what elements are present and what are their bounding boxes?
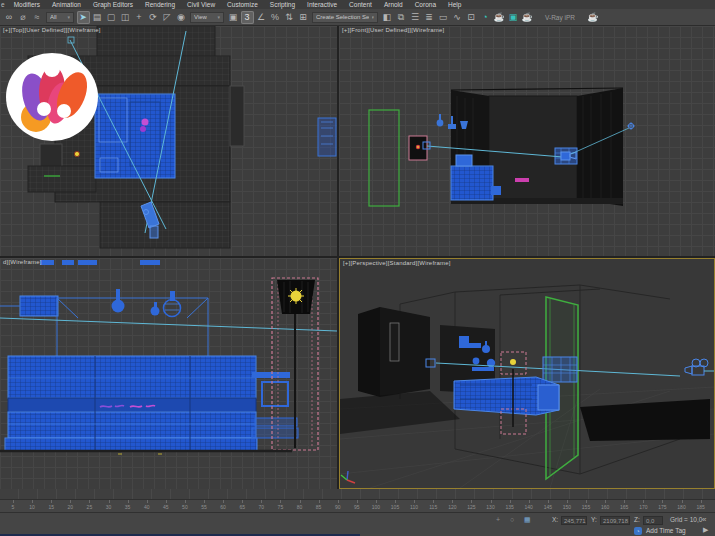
trackbar-tick[interactable]: 65: [233, 501, 251, 510]
trackbar-tick[interactable]: 30: [100, 501, 118, 510]
trackbar-tick[interactable]: 90: [329, 501, 347, 510]
trackbar-tick[interactable]: 145: [539, 501, 557, 510]
trackbar-tick[interactable]: 170: [634, 501, 652, 510]
schematic-view-icon[interactable]: ⊡: [465, 11, 478, 24]
trackbar-tick[interactable]: 45: [157, 501, 175, 510]
trackbar-tick[interactable]: 185: [692, 501, 710, 510]
menu-help[interactable]: Help: [442, 0, 467, 9]
toggle-layer-explorer-icon[interactable]: ≣: [423, 11, 436, 24]
trackbar-tick[interactable]: 85: [310, 501, 328, 510]
toggle-scene-explorer-icon[interactable]: ☰: [409, 11, 422, 24]
reference-coordinate-dropdown[interactable]: View▾: [190, 12, 224, 23]
viewport-left-label[interactable]: d][Wireframe]: [3, 259, 42, 265]
add-time-tag-button[interactable]: Add Time Tag: [646, 527, 686, 534]
menu-corona[interactable]: Corona: [409, 0, 442, 9]
play-animation-icon[interactable]: ▶: [703, 526, 708, 534]
trackbar-tick[interactable]: 155: [577, 501, 595, 510]
menu-e[interactable]: e: [0, 0, 8, 9]
trackbar-tick[interactable]: 95: [348, 501, 366, 510]
named-selection-sets-dropdown[interactable]: Create Selection Se▾: [312, 12, 378, 23]
window-crossing-icon[interactable]: ◫: [119, 11, 132, 24]
menu-civil-view[interactable]: Civil View: [181, 0, 221, 9]
trackbar-tick[interactable]: 100: [367, 501, 385, 510]
camera-perspective[interactable]: [685, 359, 714, 375]
render-production-icon[interactable]: ☕: [521, 11, 534, 24]
select-and-scale-icon[interactable]: ◸: [161, 11, 174, 24]
bottles-left-view[interactable]: [112, 289, 181, 317]
wall-shelf-left-view[interactable]: [0, 296, 58, 316]
material-editor-icon[interactable]: ◔: [479, 11, 492, 24]
menu-animation[interactable]: Animation: [46, 0, 87, 9]
angle-snap-icon[interactable]: ∠: [255, 11, 268, 24]
spinner-snap-icon[interactable]: ⇅: [283, 11, 296, 24]
selected-bar-top-view[interactable]: [95, 94, 175, 178]
select-object-icon[interactable]: ➤: [77, 11, 90, 24]
trackbar-tick[interactable]: 35: [119, 501, 137, 510]
use-pivot-center-icon[interactable]: ▣: [227, 11, 240, 24]
viewport-front[interactable]: [+][Front][User Defined]][Wireframe]: [339, 26, 715, 256]
light-portal-front[interactable]: [369, 110, 399, 206]
coord-z-field[interactable]: 0,0: [643, 516, 663, 525]
tv-screen-perspective[interactable]: [543, 357, 577, 382]
viewport-perspective-label[interactable]: [+][Perspective][Standard][Wireframe]: [343, 260, 451, 266]
trackbar-tick[interactable]: 50: [176, 501, 194, 510]
menu-modifiers[interactable]: Modifiers: [8, 0, 46, 9]
menu-arnold[interactable]: Arnold: [378, 0, 409, 9]
trackbar-tick[interactable]: 55: [195, 501, 213, 510]
snaps-toggle-icon[interactable]: 3: [241, 11, 254, 24]
trackbar-tick[interactable]: 105: [386, 501, 404, 510]
menu-rendering[interactable]: Rendering: [139, 0, 181, 9]
trackbar-tick[interactable]: 130: [482, 501, 500, 510]
absolute-offset-mode-icon[interactable]: ▦: [524, 516, 531, 524]
bind-to-space-warp-icon[interactable]: ≈: [31, 11, 44, 24]
trackbar-tick[interactable]: 80: [291, 501, 309, 510]
rendered-frame-window-icon[interactable]: ▣: [507, 11, 520, 24]
trackbar-tick[interactable]: 135: [501, 501, 519, 510]
menu-content[interactable]: Content: [343, 0, 378, 9]
trackbar-tick[interactable]: 110: [405, 501, 423, 510]
selection-filter-dropdown[interactable]: All▾: [46, 12, 74, 23]
edit-named-selection-sets-icon[interactable]: ⊞: [297, 11, 310, 24]
isolate-selection-icon[interactable]: +: [496, 516, 500, 523]
bar-counter-left-view[interactable]: [5, 356, 298, 451]
align-icon[interactable]: ⧉: [395, 11, 408, 24]
trackbar-tick[interactable]: 20: [61, 501, 79, 510]
trackbar-tick[interactable]: 15: [42, 501, 60, 510]
trackbar-tick[interactable]: 60: [214, 501, 232, 510]
trackbar-tick[interactable]: 180: [673, 501, 691, 510]
trackbar-tick[interactable]: 10: [23, 501, 41, 510]
select-by-name-icon[interactable]: ▤: [91, 11, 104, 24]
select-and-rotate-icon[interactable]: ⟳: [147, 11, 160, 24]
render-setup-icon[interactable]: ☕: [493, 11, 506, 24]
trackbar-tick[interactable]: 165: [615, 501, 633, 510]
selection-lock-icon[interactable]: ○: [510, 516, 514, 523]
viewport-front-label[interactable]: [+][Front][User Defined]][Wireframe]: [342, 27, 444, 33]
percent-snap-icon[interactable]: %: [269, 11, 282, 24]
lamp-light-front[interactable]: [409, 136, 427, 160]
neon-sign-front[interactable]: [515, 178, 529, 182]
trackbar-tick[interactable]: 150: [558, 501, 576, 510]
render-last-icon[interactable]: ☕: [586, 11, 599, 24]
menu-interactive[interactable]: Interactive: [301, 0, 343, 9]
viewport-top-label[interactable]: [+][Top][User Defined]][Wireframe]: [3, 27, 101, 33]
menu-graph-editors[interactable]: Graph Editors: [87, 0, 139, 9]
trackbar-tick[interactable]: 75: [271, 501, 289, 510]
trackbar-tick[interactable]: 115: [424, 501, 442, 510]
coord-y-field[interactable]: 2109,718: [600, 516, 630, 525]
trackbar-tick[interactable]: 160: [596, 501, 614, 510]
trackbar-tick[interactable]: 25: [80, 501, 98, 510]
trackbar-tick[interactable]: 175: [653, 501, 671, 510]
viewport-perspective[interactable]: [+][Perspective][Standard][Wireframe]: [339, 258, 715, 489]
trackbar-tick[interactable]: 140: [520, 501, 538, 510]
viewport-left[interactable]: d][Wireframe]: [0, 258, 337, 489]
mirror-icon[interactable]: ◧: [381, 11, 394, 24]
select-and-move-icon[interactable]: +: [133, 11, 146, 24]
select-and-place-icon[interactable]: ◉: [175, 11, 188, 24]
menu-customize[interactable]: Customize: [221, 0, 264, 9]
time-tag-icon[interactable]: ◔: [634, 527, 642, 535]
time-slider[interactable]: [0, 489, 715, 500]
go-to-start-icon[interactable]: «: [702, 515, 706, 524]
frame-structure-left-view[interactable]: [57, 298, 208, 358]
trackbar-tick[interactable]: 125: [462, 501, 480, 510]
toggle-ribbon-icon[interactable]: ▭: [437, 11, 450, 24]
